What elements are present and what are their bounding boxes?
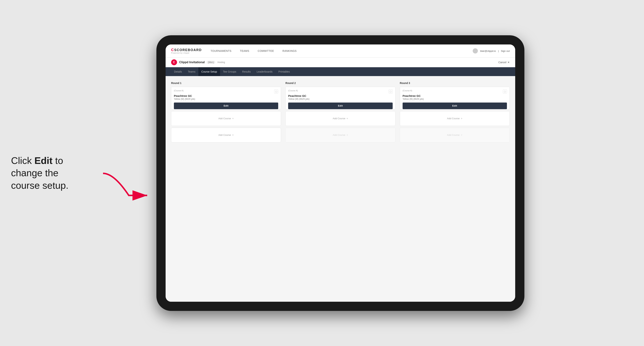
logo-area: CSCOREBOARD Powered by clippd — [171, 48, 202, 54]
cancel-x-icon: ✕ — [508, 61, 510, 64]
sign-out-link[interactable]: Sign out — [501, 50, 510, 52]
round-3-add-course-2: Add Course + — [400, 128, 510, 142]
round-1-column: Round 1 (Course A) □ Peachtree GC Yellow… — [171, 82, 281, 144]
round-2-course-name: Peachtree GC — [288, 94, 392, 97]
round-2-edit-button[interactable]: Edit — [288, 103, 392, 109]
instruction-text: Click Edit tochange thecourse setup. — [11, 154, 68, 192]
round-3-course-card: (Course A) □ Peachtree GC Yellow (M) (66… — [400, 87, 510, 109]
tournament-name: Clippd Invitational — [179, 61, 205, 64]
round-3-course-label: (Course A) — [402, 89, 412, 92]
round-2-add-course-1[interactable]: Add Course + — [286, 111, 395, 126]
tab-results[interactable]: Results — [239, 67, 254, 76]
tab-tee-groups[interactable]: Tee Groups — [220, 67, 239, 76]
round-2-course-details: Yellow (M) (6629 yds) — [288, 98, 392, 100]
round-1-course-name: Peachtree GC — [174, 94, 278, 97]
main-nav: TOURNAMENTS TEAMS COMMITTEE RANKINGS — [209, 44, 473, 58]
round-1-edit-button[interactable]: Edit — [174, 103, 278, 109]
round-1-delete-button[interactable]: □ — [274, 89, 278, 94]
round-3-course-name: Peachtree GC — [402, 94, 507, 97]
emphasis-edit: Edit — [34, 155, 52, 166]
cancel-button[interactable]: Cancel ✕ — [498, 61, 510, 64]
arrow-container — [99, 170, 154, 203]
hosting-badge: Hosting — [218, 61, 225, 64]
tablet: CSCOREBOARD Powered by clippd TOURNAMENT… — [156, 35, 524, 311]
nav-committee[interactable]: COMMITTEE — [256, 44, 276, 58]
round-2-course-header: (Course A) □ — [288, 89, 392, 94]
content-area: Round 1 (Course A) □ Peachtree GC Yellow… — [166, 76, 515, 302]
round-2-course-label: (Course A) — [288, 89, 298, 92]
round-3-course-header: (Course A) □ — [402, 89, 507, 94]
round-2-delete-button[interactable]: □ — [388, 89, 393, 94]
round-1-course-card: (Course A) □ Peachtree GC Yellow (M) (66… — [171, 87, 281, 109]
round-1-course-label: (Course A) — [174, 89, 184, 92]
tablet-screen: CSCOREBOARD Powered by clippd TOURNAMENT… — [166, 44, 515, 302]
nav-tournaments[interactable]: TOURNAMENTS — [209, 44, 233, 58]
plus-icon-1: + — [232, 117, 234, 120]
plus-icon-6: + — [461, 133, 462, 137]
round-1-title: Round 1 — [171, 82, 281, 85]
round-2-add-course-2: Add Course + — [286, 128, 395, 142]
tab-course-setup[interactable]: Course Setup — [198, 67, 220, 76]
logo-title: CSCOREBOARD — [171, 48, 202, 52]
round-3-delete-button[interactable]: □ — [503, 89, 507, 94]
nav-separator: | — [498, 50, 499, 52]
user-avatar — [473, 48, 478, 53]
user-email: blair@clippd.io — [480, 50, 496, 52]
plus-icon-2: + — [232, 133, 234, 137]
arrow-icon — [99, 170, 154, 203]
tab-bar: Details Teams Course Setup Tee Groups Re… — [166, 67, 515, 76]
tab-printables[interactable]: Printables — [276, 67, 293, 76]
tab-teams[interactable]: Teams — [185, 67, 198, 76]
logo-sub: Powered by clippd — [171, 52, 202, 54]
round-1-add-course-1[interactable]: Add Course + — [171, 111, 281, 126]
tournament-bar: C Clippd Invitational (Men) Hosting Canc… — [166, 58, 515, 67]
plus-icon-5: + — [461, 117, 462, 120]
round-2-course-card: (Course A) □ Peachtree GC Yellow (M) (66… — [286, 87, 395, 109]
round-3-edit-button[interactable]: Edit — [402, 103, 507, 109]
nav-teams[interactable]: TEAMS — [238, 44, 251, 58]
tab-details[interactable]: Details — [171, 67, 185, 76]
logo-c-letter: C — [171, 48, 174, 52]
round-2-column: Round 2 (Course A) □ Peachtree GC Yellow… — [286, 82, 395, 144]
plus-icon-3: + — [346, 117, 348, 120]
tournament-logo: C — [171, 59, 177, 65]
round-3-add-course-1[interactable]: Add Course + — [400, 111, 510, 126]
round-1-add-course-2[interactable]: Add Course + — [171, 128, 281, 142]
round-3-title: Round 3 — [400, 82, 510, 85]
round-3-column: Round 3 (Course A) □ Peachtree GC Yellow… — [400, 82, 510, 144]
nav-right: blair@clippd.io | Sign out — [473, 48, 510, 53]
round-1-course-details: Yellow (M) (6629 yds) — [174, 98, 278, 100]
nav-rankings[interactable]: RANKINGS — [281, 44, 298, 58]
tab-leaderboards[interactable]: Leaderboards — [254, 67, 276, 76]
round-3-course-details: Yellow (M) (6629 yds) — [402, 98, 507, 100]
round-1-course-header: (Course A) □ — [174, 89, 278, 94]
plus-icon-4: + — [346, 133, 348, 137]
tournament-gender-badge: (Men) — [207, 61, 215, 64]
top-nav: CSCOREBOARD Powered by clippd TOURNAMENT… — [166, 44, 515, 58]
rounds-grid: Round 1 (Course A) □ Peachtree GC Yellow… — [171, 82, 510, 144]
round-2-title: Round 2 — [286, 82, 395, 85]
